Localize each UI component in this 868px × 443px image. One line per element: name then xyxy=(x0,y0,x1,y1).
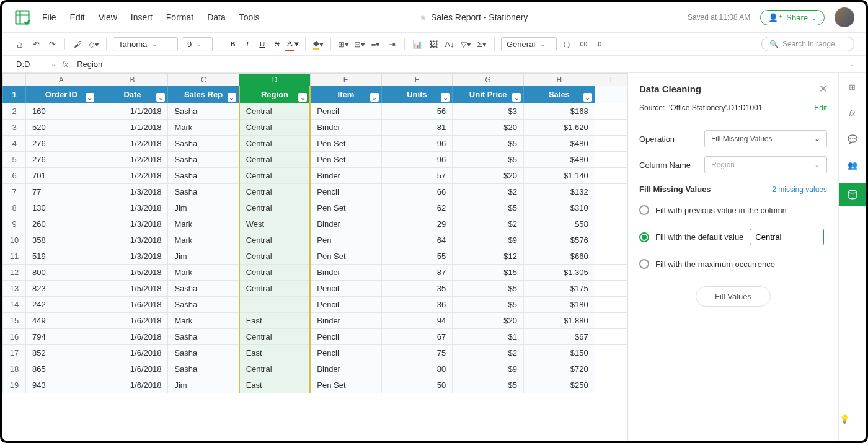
cell[interactable]: 823 xyxy=(25,281,97,297)
operation-select[interactable]: Fill Missing Values⌄ xyxy=(704,130,827,147)
cell[interactable]: Jim xyxy=(168,200,239,216)
cell[interactable]: 1/2/2018 xyxy=(97,168,168,184)
cell[interactable]: Pencil xyxy=(310,281,381,297)
cell[interactable]: $20 xyxy=(453,313,524,329)
cell[interactable]: 1/3/2018 xyxy=(97,216,168,232)
cell[interactable]: Mark xyxy=(168,120,239,136)
fill-color-button[interactable]: ◆▾ xyxy=(312,38,324,50)
cell[interactable]: 852 xyxy=(25,345,97,361)
cell[interactable]: $132 xyxy=(524,184,595,200)
cell[interactable]: 1/3/2018 xyxy=(97,184,168,200)
cell[interactable]: Binder xyxy=(310,168,381,184)
cell[interactable]: 276 xyxy=(25,136,97,152)
cell[interactable]: 56 xyxy=(381,103,453,120)
table-header[interactable]: Units xyxy=(381,86,453,103)
cell[interactable]: East xyxy=(239,313,311,329)
star-icon[interactable]: ★ xyxy=(419,12,427,22)
cell[interactable]: Central xyxy=(239,232,311,248)
cell[interactable]: 29 xyxy=(381,216,453,232)
cell[interactable]: 75 xyxy=(381,345,453,361)
cell[interactable]: 1/3/2018 xyxy=(97,200,168,216)
fx-icon[interactable]: fx xyxy=(62,59,68,69)
clear-format-icon[interactable]: ◇▾ xyxy=(87,38,100,50)
borders-button[interactable]: ⊞▾ xyxy=(337,38,350,50)
formula-input[interactable]: Region xyxy=(74,58,843,70)
cell[interactable]: $20 xyxy=(453,168,524,184)
cell[interactable]: $5 xyxy=(453,152,524,168)
table-header[interactable]: Date xyxy=(97,86,168,103)
cell[interactable]: Mark xyxy=(168,232,239,248)
fill-option-max[interactable]: Fill with the maximum occurrence xyxy=(639,257,827,271)
people-tool-icon[interactable]: 👥 xyxy=(845,157,860,172)
cell[interactable]: 64 xyxy=(381,232,453,248)
cell[interactable]: 260 xyxy=(25,216,97,232)
bold-button[interactable]: B xyxy=(226,37,239,51)
cell[interactable]: Central xyxy=(239,281,311,297)
cell[interactable]: $2 xyxy=(453,345,524,361)
cell[interactable]: 449 xyxy=(25,313,97,329)
column-header-F[interactable]: F xyxy=(381,74,453,86)
cell[interactable]: $1,140 xyxy=(524,168,595,184)
table-header[interactable]: Order ID xyxy=(25,86,97,103)
cell[interactable]: $480 xyxy=(524,152,595,168)
cell[interactable]: 701 xyxy=(25,168,97,184)
cell[interactable]: 66 xyxy=(381,184,453,200)
column-header-E[interactable]: E xyxy=(310,74,381,86)
cell[interactable]: Central xyxy=(239,168,311,184)
cell[interactable]: Central xyxy=(239,103,311,120)
merge-button[interactable]: ⊟▾ xyxy=(353,38,366,50)
cell[interactable]: $1 xyxy=(453,329,524,345)
cell[interactable]: East xyxy=(239,377,311,393)
align-button[interactable]: ≡▾ xyxy=(370,38,382,50)
table-header[interactable]: Item xyxy=(310,86,381,103)
cell[interactable]: Binder xyxy=(310,120,381,136)
column-header-B[interactable]: B xyxy=(97,74,168,86)
cell[interactable]: Binder xyxy=(310,265,381,281)
data-cleaning-tool-icon[interactable] xyxy=(839,183,866,206)
cell[interactable]: $180 xyxy=(524,297,595,313)
cell[interactable]: Central xyxy=(239,265,311,281)
italic-button[interactable]: I xyxy=(241,37,254,51)
cell[interactable]: $12 xyxy=(453,248,524,265)
cell[interactable]: Pen Set xyxy=(310,152,381,168)
cell[interactable]: Pencil xyxy=(310,184,381,200)
redo-icon[interactable]: ↷ xyxy=(46,38,58,50)
cell[interactable]: Mark xyxy=(168,265,239,281)
default-value-input[interactable] xyxy=(750,229,824,245)
cell[interactable]: Sasha xyxy=(168,297,239,313)
cell[interactable]: Central xyxy=(239,184,311,200)
cell[interactable]: 1/3/2018 xyxy=(97,232,168,248)
cell[interactable]: Sasha xyxy=(168,281,239,297)
fx-tool-icon[interactable]: fx xyxy=(845,105,860,120)
cell[interactable]: Binder xyxy=(310,216,381,232)
cell[interactable]: Sasha xyxy=(168,168,239,184)
table-header[interactable]: Region xyxy=(239,86,311,103)
cell[interactable]: Pen Set xyxy=(310,248,381,265)
cell[interactable]: $250 xyxy=(524,377,595,393)
cell[interactable]: $3 xyxy=(453,103,524,120)
column-select[interactable]: Region⌄ xyxy=(704,156,827,173)
menu-insert[interactable]: Insert xyxy=(131,12,153,22)
cell[interactable]: 1/6/2018 xyxy=(97,329,168,345)
cell[interactable]: 865 xyxy=(25,361,97,377)
cell[interactable]: Sasha xyxy=(168,345,239,361)
cell[interactable]: $150 xyxy=(524,345,595,361)
cell[interactable]: Mark xyxy=(168,313,239,329)
chart-icon[interactable]: 📊 xyxy=(411,38,423,50)
cell[interactable]: 1/1/2018 xyxy=(97,120,168,136)
cell[interactable]: Pen xyxy=(310,232,381,248)
font-size-select[interactable]: 9⌄ xyxy=(182,37,213,51)
cell[interactable]: $15 xyxy=(453,265,524,281)
undo-icon[interactable]: ↶ xyxy=(30,38,42,50)
column-header-I[interactable]: I xyxy=(595,74,627,86)
fill-values-button[interactable]: Fill Values xyxy=(696,286,771,307)
cell[interactable]: $58 xyxy=(524,216,595,232)
cell[interactable]: 77 xyxy=(25,184,97,200)
font-color-button[interactable]: A▾ xyxy=(285,37,299,51)
cell[interactable]: 94 xyxy=(381,313,453,329)
cell[interactable]: $20 xyxy=(453,120,524,136)
cell[interactable]: East xyxy=(239,345,311,361)
grid-tool-icon[interactable]: ⊞ xyxy=(845,79,860,94)
cell-reference[interactable]: D:D xyxy=(14,58,45,70)
cell[interactable]: 1/2/2018 xyxy=(97,136,168,152)
